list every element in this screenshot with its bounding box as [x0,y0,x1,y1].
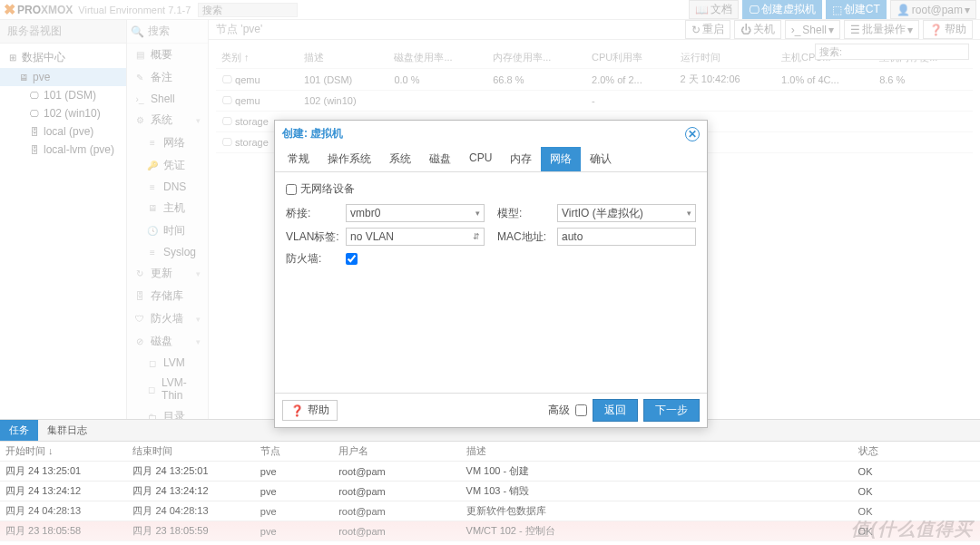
side-menu-item[interactable]: ›_Shell [127,89,208,109]
help-icon: ❓ [929,24,943,36]
wizard-tab[interactable]: 确认 [581,147,621,171]
tree-item[interactable]: 🗄local (pve) [0,122,126,141]
wizard-tab[interactable]: 操作系统 [318,147,380,171]
mac-field[interactable]: auto [557,228,696,246]
column-header[interactable]: 结束时间 [127,442,254,462]
docs-button[interactable]: 📖文档 [689,0,739,19]
side-menu-item[interactable]: ⚙系统▾ [127,109,208,131]
side-menu-item[interactable]: ▤概要 [127,44,208,66]
server-view-panel: 服务器视图 ⊞数据中心🖥pve🖵101 (DSM)🖵102 (win10)🗄lo… [0,20,127,419]
task-row[interactable]: 四月 24 04:28:13四月 24 04:28:13pveroot@pam更… [0,501,980,521]
shell-button[interactable]: ›_Shell▾ [785,20,840,39]
monitor-icon: 🖵 [749,4,760,16]
model-select[interactable]: VirtIO (半虚拟化)▾ [557,204,696,222]
side-menu-item[interactable]: ≡Syslog [127,242,208,262]
column-header[interactable]: 状态 [853,442,980,462]
side-menu-item[interactable]: ◻LVM-Thin [127,373,208,405]
chevron-down-icon: ▾ [196,269,201,278]
terminal-icon: ›_ [791,24,801,36]
side-search[interactable]: 🔍搜索 [127,20,208,44]
server-view-title[interactable]: 服务器视图 [0,20,126,44]
column-header[interactable]: 节点 [255,442,333,462]
back-button[interactable]: 返回 [593,399,638,422]
wizard-tab[interactable]: 网络 [541,147,581,171]
node-icon: 🖵 [29,108,40,119]
no-network-checkbox[interactable]: 无网络设备 [286,181,696,197]
user-menu-button[interactable]: 👤root@pam▾ [890,0,976,19]
column-header[interactable]: 开始时间 ↓ [0,442,127,462]
menu-icon: ◻ [147,384,156,394]
side-menu-item[interactable]: 🖥主机 [127,197,208,219]
side-menu-item[interactable]: ◻LVM [127,353,208,373]
wizard-tab[interactable]: 磁盘 [420,147,460,171]
top-bar: ✖ PROXMOX Virtual Environment 7.1-7 📖文档 … [0,0,980,20]
column-header[interactable]: 磁盘使用率... [388,47,487,69]
menu-icon: 🖥 [147,203,158,213]
help-icon: ❓ [290,404,304,417]
wizard-tab[interactable]: 常规 [279,147,318,171]
task-row[interactable]: 四月 23 18:05:58四月 23 18:05:59pveroot@pamV… [0,521,980,541]
side-menu-item[interactable]: ⊘磁盘▾ [127,330,208,353]
side-menu-item[interactable]: 🔑凭证 [127,154,208,177]
side-menu-item[interactable]: 🗄存储库 [127,285,208,307]
create-vm-button[interactable]: 🖵创建虚拟机 [742,0,822,19]
task-row[interactable]: 四月 24 13:25:01四月 24 13:25:01pveroot@pamV… [0,462,980,482]
wizard-tab[interactable]: CPU [460,147,501,171]
chevron-down-icon: ▾ [196,337,201,346]
shutdown-button[interactable]: ⏻关机 [734,20,781,39]
wizard-tab[interactable]: 系统 [380,147,420,171]
logo-text-2: XMOX [41,4,73,16]
advanced-label: 高级 [548,403,570,418]
close-button[interactable]: ✕ [685,127,700,141]
column-header[interactable]: 内存使用率... [487,47,586,69]
column-header[interactable]: 描述 [299,47,388,69]
side-menu-item[interactable]: ≡DNS [127,177,208,197]
next-button[interactable]: 下一步 [643,399,700,422]
filter-input[interactable] [815,44,969,60]
bridge-select[interactable]: vmbr0▾ [346,204,485,222]
tree-item[interactable]: 🖥pve [0,68,126,86]
chevron-down-icon: ▾ [828,24,834,36]
side-menu-item[interactable]: 🛡防火墙▾ [127,307,208,330]
task-row[interactable]: 四月 24 13:24:12四月 24 13:24:12pveroot@pamV… [0,482,980,501]
table-row[interactable]: 🖵 qemu102 (win10)- [216,91,973,112]
column-header[interactable]: 运行时间 [675,47,777,69]
bulk-actions-button[interactable]: ☰批量操作▾ [844,20,919,39]
tasks-tab[interactable]: 任务 [0,420,38,441]
wizard-tab[interactable]: 内存 [501,147,541,171]
tree-item[interactable]: ⊞数据中心 [0,47,126,68]
menu-icon: ≡ [147,248,158,258]
vlan-field[interactable]: no VLAN⇵ [346,228,485,246]
restart-button[interactable]: ↻重启 [685,20,730,39]
dialog-help-button[interactable]: ❓帮助 [282,400,338,421]
side-menu-item[interactable]: ≡网络 [127,131,208,154]
column-header[interactable]: CPU利用率 [586,47,675,69]
global-search-input[interactable] [198,3,298,17]
tree-item[interactable]: 🖵102 (win10) [0,104,126,122]
create-vm-dialog: 创建: 虚拟机 ✕ 常规操作系统系统磁盘CPU内存网络确认 无网络设备 桥接:v… [274,120,708,428]
advanced-checkbox[interactable] [575,404,587,416]
column-header[interactable]: 类别 ↑ [216,47,299,69]
side-menu-item[interactable]: ✎备注 [127,66,208,89]
version-label: Virtual Environment 7.1-7 [78,5,191,15]
breadcrumb: 节点 'pve' [216,22,262,37]
cluster-log-tab[interactable]: 集群日志 [38,420,96,441]
help-button[interactable]: ❓帮助 [923,20,973,39]
mac-label: MAC地址: [497,229,554,245]
chevron-down-icon: ▾ [196,116,201,125]
dialog-title: 创建: 虚拟机 [282,126,343,141]
column-header[interactable]: 描述 [461,442,853,462]
logo-icon: ✖ [4,1,15,18]
side-menu-item[interactable]: 🕓时间 [127,219,208,242]
node-icon: 🗄 [29,144,40,155]
task-row[interactable]: 四月 23 18:04:47四月 23 18:04:47pveroot@pamV… [0,541,980,546]
node-side-menu: 🔍搜索 ▤概要✎备注›_Shell⚙系统▾≡网络🔑凭证≡DNS🖥主机🕓时间≡Sy… [127,20,209,419]
column-header[interactable]: 用户名 [333,442,460,462]
tree-item[interactable]: 🖵101 (DSM) [0,86,126,104]
watermark: 值(什么值得买 [851,517,973,541]
tree-item[interactable]: 🗄local-lvm (pve) [0,141,126,159]
table-row[interactable]: 🖵 qemu101 (DSM)0.0 %66.8 %2.0% of 2...2 … [216,69,973,91]
side-menu-item[interactable]: ↻更新▾ [127,262,208,285]
firewall-checkbox[interactable] [346,253,358,265]
create-ct-button[interactable]: ⬚创建CT [826,0,887,19]
